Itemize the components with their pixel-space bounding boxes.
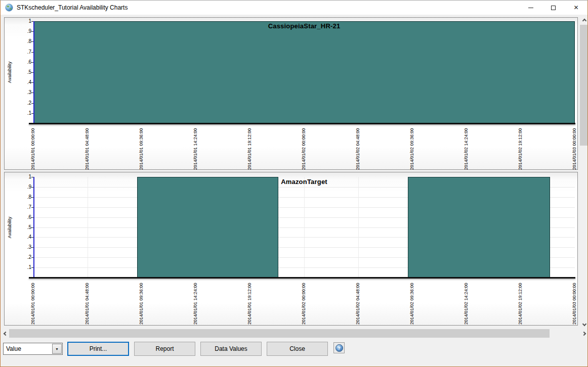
y-tick-mark <box>31 237 33 238</box>
y-tick-label: 1 <box>12 174 31 179</box>
close-button[interactable]: Close <box>267 342 328 356</box>
y-axis-ticks: 1.9.8.7.6.5.4.3.2.1 <box>14 21 33 123</box>
availability-bar <box>408 177 550 278</box>
y-tick-label: .4 <box>12 235 31 240</box>
y-tick-label: .6 <box>12 215 31 220</box>
x-tick-label: 2014/01/01 19:12:00 <box>247 128 253 170</box>
close-window-button[interactable]: ✕ <box>565 1 587 15</box>
y-axis-title-text: Availability <box>7 216 12 238</box>
print-button[interactable]: Print... <box>67 342 129 356</box>
y-tick-label: .1 <box>12 111 31 116</box>
chart-title: AmazonTarget <box>33 178 575 186</box>
y-axis-title-text: Availability <box>7 62 12 83</box>
x-axis-line <box>29 277 575 279</box>
y-tick-mark <box>31 21 33 22</box>
chevron-down-icon <box>582 322 586 326</box>
chart-title: CassiopeiaStar_HR-21 <box>33 22 575 30</box>
y-tick-mark <box>31 62 33 63</box>
y-axis-line <box>33 177 34 278</box>
y-tick-label: .8 <box>12 39 31 44</box>
y-tick-label: .3 <box>12 245 31 250</box>
x-tick-label: 2014/01/01 14:24:00 <box>193 283 198 325</box>
scroll-up-button[interactable] <box>580 16 588 24</box>
x-tick-label: 2014/01/03 00:00:00 <box>572 128 577 170</box>
x-tick-label: 2014/01/02 00:00:00 <box>301 128 307 170</box>
x-tick-label: 2014/01/02 09:36:00 <box>409 283 415 325</box>
maximize-icon <box>551 6 556 10</box>
x-tick-label: 2014/01/01 14:24:00 <box>193 128 198 170</box>
y-tick-mark <box>31 247 33 248</box>
y-tick-mark <box>31 187 33 188</box>
x-tick-label: 2014/01/03 00:00:00 <box>572 283 577 325</box>
y-tick-label: .4 <box>12 80 31 85</box>
y-tick-mark <box>31 113 33 114</box>
x-tick-label: 2014/01/01 09:36:00 <box>139 128 144 170</box>
window-controls: ✕ <box>519 1 587 15</box>
x-tick-label: 2014/01/01 19:12:00 <box>247 283 253 325</box>
y-tick-mark <box>31 177 33 177</box>
x-tick-label: 2014/01/01 09:36:00 <box>139 283 144 325</box>
x-tick-label: 2014/01/01 04:48:00 <box>85 283 90 325</box>
y-axis-line <box>33 21 34 123</box>
x-tick-label: 2014/01/02 19:12:00 <box>518 128 523 170</box>
titlebar: STKscheduler_Tutorial Availability Chart… <box>1 1 587 15</box>
x-tick-label: 2014/01/02 14:24:00 <box>464 283 469 325</box>
value-dropdown-selected: Value <box>4 343 52 354</box>
y-tick-mark <box>31 227 33 228</box>
x-tick-label: 2014/01/02 09:36:00 <box>409 128 415 170</box>
x-tick-label: 2014/01/01 00:00:00 <box>30 283 36 325</box>
chevron-up-icon <box>582 19 586 23</box>
report-button[interactable]: Report <box>134 342 195 356</box>
y-tick-label: .8 <box>12 195 31 200</box>
chart-panel-amazontarget: Availability 1.9.8.7.6.5.4.3.2.1 AmazonT… <box>4 172 578 326</box>
chart-panel-cassiopeiastar: Availability 1.9.8.7.6.5.4.3.2.1 Cassiop… <box>4 17 578 170</box>
window-title: STKscheduler_Tutorial Availability Chart… <box>17 1 128 15</box>
y-tick-label: .9 <box>12 29 31 34</box>
x-axis-line <box>29 123 575 124</box>
chevron-right-icon <box>581 331 585 335</box>
y-tick-label: .2 <box>12 101 31 106</box>
close-icon: ✕ <box>573 5 578 11</box>
value-dropdown[interactable]: Value ▼ <box>3 343 63 355</box>
horizontal-scrollbar-thumb[interactable] <box>9 329 550 338</box>
gridline-vertical <box>358 177 359 278</box>
availability-bar <box>33 21 575 123</box>
plot-area: CassiopeiaStar_HR-21 <box>33 21 575 123</box>
y-tick-label: .2 <box>12 255 31 260</box>
plot-area: AmazonTarget <box>33 177 575 278</box>
y-axis-ticks: 1.9.8.7.6.5.4.3.2.1 <box>14 177 33 278</box>
y-tick-mark <box>31 267 33 268</box>
minimize-button[interactable] <box>519 1 542 15</box>
y-tick-mark <box>31 82 33 83</box>
y-tick-label: .3 <box>12 90 31 95</box>
help-button[interactable]: ? <box>333 342 345 353</box>
vertical-scrollbar-thumb[interactable] <box>580 25 588 146</box>
vertical-scrollbar[interactable] <box>580 16 588 329</box>
data-values-button[interactable]: Data Values <box>200 342 262 356</box>
y-tick-label: .5 <box>12 70 31 75</box>
y-tick-mark <box>31 103 33 104</box>
x-tick-label: 2014/01/02 04:48:00 <box>355 128 361 170</box>
scroll-right-button[interactable] <box>580 329 588 338</box>
availability-bar <box>137 177 278 278</box>
minimize-icon <box>528 8 533 8</box>
horizontal-scrollbar[interactable] <box>1 329 588 338</box>
x-tick-label: 2014/01/02 14:24:00 <box>464 128 469 170</box>
y-tick-mark <box>31 217 33 218</box>
y-tick-mark <box>31 31 33 32</box>
maximize-button[interactable] <box>542 1 565 15</box>
x-tick-label: 2014/01/02 19:12:00 <box>518 283 523 325</box>
chevron-down-icon[interactable]: ▼ <box>52 344 62 354</box>
x-axis-ticks: 2014/01/01 00:00:002014/01/01 04:48:0020… <box>33 126 575 171</box>
question-mark-circle-icon: ? <box>335 344 343 352</box>
scroll-down-button[interactable] <box>580 320 588 329</box>
y-tick-label: .5 <box>12 225 31 230</box>
y-tick-mark <box>31 197 33 198</box>
y-tick-mark <box>31 41 33 42</box>
y-tick-mark <box>31 257 33 258</box>
y-tick-label: .9 <box>12 185 31 190</box>
y-tick-mark <box>31 72 33 73</box>
y-tick-label: .1 <box>12 265 31 270</box>
scroll-left-button[interactable] <box>1 329 9 338</box>
x-axis-ticks: 2014/01/01 00:00:002014/01/01 04:48:0020… <box>33 281 575 326</box>
